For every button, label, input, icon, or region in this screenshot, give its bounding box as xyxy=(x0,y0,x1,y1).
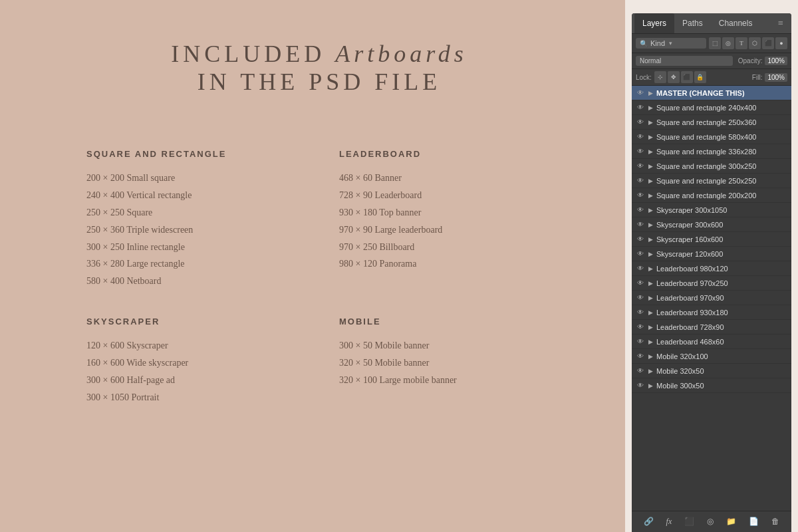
expand-icon[interactable]: ▶ xyxy=(647,353,654,360)
visibility-icon[interactable]: 👁 xyxy=(636,206,645,213)
visibility-icon[interactable]: 👁 xyxy=(636,162,645,170)
expand-icon[interactable]: ▶ xyxy=(647,251,654,257)
adjustments-icon[interactable]: ◎ xyxy=(704,515,716,528)
visibility-icon[interactable]: 👁 xyxy=(636,338,645,345)
filter-adjust-icon[interactable]: ◎ xyxy=(722,37,734,49)
filter-type-icon[interactable]: T xyxy=(735,37,747,49)
skyscraper-section: SKYSCRAPER 120 × 600 Skyscraper 160 × 60… xyxy=(86,297,299,413)
tab-channels[interactable]: Channels xyxy=(711,13,761,33)
layer-name: Skyscraper 160x600 xyxy=(656,235,723,243)
layer-item[interactable]: 👁 ▶ Mobile 320x100 xyxy=(632,349,791,364)
expand-icon[interactable]: ▶ xyxy=(647,90,654,96)
opacity-value[interactable]: 100% xyxy=(765,57,787,65)
square-section: SQUARE AND RECTANGLE 200 × 200 Small squ… xyxy=(86,129,299,297)
visibility-icon[interactable]: 👁 xyxy=(636,382,645,389)
lock-icons: ⊹ ✥ ⬛ 🔒 xyxy=(654,71,706,83)
expand-icon[interactable]: ▶ xyxy=(647,163,654,170)
visibility-icon[interactable]: 👁 xyxy=(636,265,645,272)
visibility-icon[interactable]: 👁 xyxy=(636,118,645,126)
expand-icon[interactable]: ▶ xyxy=(647,148,654,155)
layer-item[interactable]: 👁 ▶ Skyscraper 300x600 xyxy=(632,217,791,232)
expand-icon[interactable]: ▶ xyxy=(647,104,654,111)
visibility-icon[interactable]: 👁 xyxy=(636,323,645,331)
expand-icon[interactable]: ▶ xyxy=(647,178,654,184)
expand-icon[interactable]: ▶ xyxy=(647,368,654,374)
add-mask-icon[interactable]: ⬛ xyxy=(682,515,697,528)
expand-icon[interactable]: ▶ xyxy=(647,382,654,389)
visibility-icon[interactable]: 👁 xyxy=(636,104,645,111)
list-item: 250 × 360 Triple widescreen xyxy=(86,221,299,239)
lock-artboard-icon[interactable]: ⬛ xyxy=(681,71,693,83)
layer-item[interactable]: 👁 ▶ Mobile 300x50 xyxy=(632,378,791,393)
visibility-icon[interactable]: 👁 xyxy=(636,352,645,360)
layer-item[interactable]: 👁 ▶ Leaderboard 970x250 xyxy=(632,276,791,291)
layer-item[interactable]: 👁 ▶ Leaderboard 980x120 xyxy=(632,261,791,276)
visibility-icon[interactable]: 👁 xyxy=(636,250,645,257)
filter-smart-icon[interactable]: ⬛ xyxy=(762,37,774,49)
blend-mode-dropdown[interactable]: Normal xyxy=(636,56,733,66)
lock-all-icon[interactable]: 🔒 xyxy=(694,71,706,83)
lock-move-icon[interactable]: ✥ xyxy=(668,71,680,83)
tab-layers[interactable]: Layers xyxy=(634,13,674,33)
visibility-icon[interactable]: 👁 xyxy=(636,279,645,287)
expand-icon[interactable]: ▶ xyxy=(647,134,654,140)
layer-item[interactable]: 👁 ▶ Square and rectangle 250x250 xyxy=(632,174,791,188)
layer-item[interactable]: 👁 ▶ Skyscraper 160x600 xyxy=(632,232,791,247)
layer-name: Square and rectangle 200x200 xyxy=(656,192,756,200)
visibility-icon[interactable]: 👁 xyxy=(636,235,645,243)
expand-icon[interactable]: ▶ xyxy=(647,236,654,243)
layer-item[interactable]: 👁 ▶ Square and rectangle 200x200 xyxy=(632,188,791,203)
visibility-icon[interactable]: 👁 xyxy=(636,192,645,199)
visibility-icon[interactable]: 👁 xyxy=(636,221,645,228)
expand-icon[interactable]: ▶ xyxy=(647,295,654,301)
list-item: 300 × 1050 Portrait xyxy=(86,389,299,406)
visibility-icon[interactable]: 👁 xyxy=(636,367,645,374)
visibility-icon[interactable]: 👁 xyxy=(636,89,645,96)
layer-name: Mobile 320x50 xyxy=(656,367,704,375)
layer-item[interactable]: 👁 ▶ Mobile 320x50 xyxy=(632,364,791,378)
link-layers-icon[interactable]: 🔗 xyxy=(641,515,656,528)
expand-icon[interactable]: ▶ xyxy=(647,309,654,316)
tab-paths[interactable]: Paths xyxy=(674,13,711,33)
filter-shape-icon[interactable]: ⬡ xyxy=(749,37,761,49)
layer-item[interactable]: 👁 ▶ Square and rectangle 250x360 xyxy=(632,115,791,130)
panel-menu-icon[interactable]: ≡ xyxy=(773,14,789,33)
new-group-icon[interactable]: 📁 xyxy=(724,515,739,528)
layer-item[interactable]: 👁 ▶ Square and rectangle 300x250 xyxy=(632,159,791,174)
layer-name: Leaderboard 930x180 xyxy=(656,309,728,317)
delete-layer-icon[interactable]: 🗑 xyxy=(769,515,782,528)
search-box[interactable]: 🔍 Kind ▾ xyxy=(636,38,706,49)
list-item: 970 × 250 Billboard xyxy=(339,239,552,256)
layer-item[interactable]: 👁 ▶ Square and rectangle 240x400 xyxy=(632,100,791,115)
list-item: 300 × 250 Inline rectangle xyxy=(86,239,299,256)
expand-icon[interactable]: ▶ xyxy=(647,324,654,331)
visibility-icon[interactable]: 👁 xyxy=(636,294,645,301)
layer-master[interactable]: 👁 ▶ MASTER (CHANGE THIS) xyxy=(632,86,791,100)
layer-item[interactable]: 👁 ▶ Leaderboard 930x180 xyxy=(632,305,791,320)
fill-value[interactable]: 100% xyxy=(765,73,787,82)
layer-item[interactable]: 👁 ▶ Leaderboard 970x90 xyxy=(632,291,791,305)
new-layer-icon[interactable]: 📄 xyxy=(746,515,761,528)
expand-icon[interactable]: ▶ xyxy=(647,119,654,126)
list-item: 200 × 200 Small square xyxy=(86,170,299,187)
layer-item[interactable]: 👁 ▶ Square and rectangle 580x400 xyxy=(632,130,791,144)
layer-item[interactable]: 👁 ▶ Skyscraper 300x1050 xyxy=(632,203,791,217)
lock-position-icon[interactable]: ⊹ xyxy=(654,71,666,83)
fx-icon[interactable]: fx xyxy=(664,515,675,528)
expand-icon[interactable]: ▶ xyxy=(647,265,654,272)
expand-icon[interactable]: ▶ xyxy=(647,207,654,213)
visibility-icon[interactable]: 👁 xyxy=(636,177,645,184)
layer-item[interactable]: 👁 ▶ Leaderboard 468x60 xyxy=(632,334,791,349)
expand-icon[interactable]: ▶ xyxy=(647,192,654,199)
expand-icon[interactable]: ▶ xyxy=(647,338,654,345)
expand-icon[interactable]: ▶ xyxy=(647,221,654,228)
visibility-icon[interactable]: 👁 xyxy=(636,309,645,316)
filter-dot-icon[interactable]: ● xyxy=(775,37,787,49)
layer-item[interactable]: 👁 ▶ Leaderboard 728x90 xyxy=(632,320,791,334)
expand-icon[interactable]: ▶ xyxy=(647,280,654,287)
layer-item[interactable]: 👁 ▶ Square and rectangle 336x280 xyxy=(632,144,791,159)
visibility-icon[interactable]: 👁 xyxy=(636,148,645,155)
visibility-icon[interactable]: 👁 xyxy=(636,133,645,140)
filter-pixel-icon[interactable]: ⬚ xyxy=(709,37,721,49)
layer-item[interactable]: 👁 ▶ Skyscraper 120x600 xyxy=(632,247,791,261)
